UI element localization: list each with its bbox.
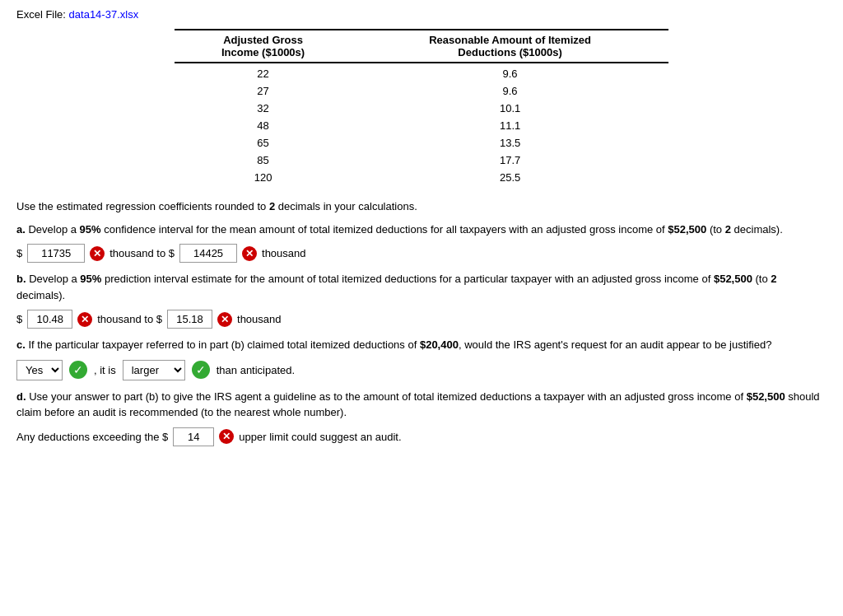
excel-header: Excel File: data14-37.xlsx [16, 8, 827, 21]
part-a-label: a. [16, 223, 26, 236]
table-row: 4811.1 [175, 117, 668, 134]
part-d-text1: Any deductions exceeding the $ [16, 431, 168, 443]
part-d-text2: upper limit could suggest an audit. [239, 431, 401, 443]
col2-header: Reasonable Amount of Itemized Deductions… [352, 30, 668, 63]
part-c-dropdown1[interactable]: Yes No [16, 360, 63, 380]
deduction-cell: 10.1 [352, 100, 668, 117]
deduction-cell: 25.5 [352, 169, 668, 186]
part-d-text: d. Use your answer to part (b) to give t… [16, 389, 827, 421]
deduction-cell: 13.5 [352, 134, 668, 152]
part-b-end-label: thousand [237, 313, 282, 325]
part-c-text2: than anticipated. [217, 364, 295, 376]
income-cell: 85 [175, 152, 352, 169]
part-a-input1[interactable] [27, 244, 85, 263]
part-b-input1[interactable] [27, 310, 72, 329]
table-row: 279.6 [175, 82, 668, 100]
part-c-text: c. If the particular taxpayer referred t… [16, 337, 827, 353]
excel-link[interactable]: data14-37.xlsx [69, 8, 139, 21]
deduction-cell: 11.1 [352, 117, 668, 134]
part-c-dropdown2[interactable]: larger smaller [123, 360, 185, 380]
deduction-cell: 9.6 [352, 82, 668, 100]
income-cell: 27 [175, 82, 352, 100]
instructions-text: Use the estimated regression coefficient… [16, 198, 827, 215]
part-b-mid-label: thousand to $ [97, 313, 162, 325]
part-c-check2: ✓ [192, 361, 210, 379]
part-a-text: a. Develop a 95% confidence interval for… [16, 222, 827, 238]
part-b-input2[interactable] [167, 310, 212, 329]
income-cell: 22 [175, 63, 352, 82]
part-a-error1[interactable]: ✕ [90, 246, 105, 261]
part-a-error2[interactable]: ✕ [242, 246, 257, 261]
income-cell: 48 [175, 117, 352, 134]
part-d-input[interactable] [173, 427, 214, 446]
table-row: 12025.5 [175, 169, 668, 186]
part-a-mid-label: thousand to $ [109, 247, 175, 259]
part-b-label: b. [16, 273, 26, 285]
part-d-error[interactable]: ✕ [219, 429, 234, 444]
part-a-input2[interactable] [179, 244, 237, 263]
income-cell: 32 [175, 100, 352, 117]
part-b-text: b. Develop a 95% prediction interval est… [16, 271, 827, 303]
deduction-cell: 9.6 [352, 63, 668, 82]
deduction-cell: 17.7 [352, 152, 668, 169]
part-c-answer-row: Yes No ✓ , it is larger smaller ✓ than a… [16, 360, 827, 380]
part-d-answer-row: Any deductions exceeding the $ ✕ upper l… [16, 427, 827, 446]
part-b-error1[interactable]: ✕ [77, 312, 92, 327]
table-row: 229.6 [175, 63, 668, 82]
part-d-label: d. [16, 390, 26, 403]
table-row: 6513.5 [175, 134, 668, 152]
excel-label: Excel File: [16, 8, 69, 21]
part-a-answer-row: $ ✕ thousand to $ ✕ thousand [16, 244, 827, 263]
part-b-error2[interactable]: ✕ [217, 312, 232, 327]
part-a-end-label: thousand [262, 247, 306, 259]
part-c-label: c. [16, 338, 26, 351]
income-cell: 120 [175, 169, 352, 186]
data-table: Adjusted Gross Income ($1000s) Reasonabl… [175, 29, 668, 186]
table-row: 3210.1 [175, 100, 668, 117]
part-c-text1: , it is [94, 364, 116, 376]
income-cell: 65 [175, 134, 352, 152]
table-row: 8517.7 [175, 152, 668, 169]
part-b-dollar1: $ [16, 313, 22, 325]
part-a-dollar1: $ [16, 247, 22, 259]
part-b-answer-row: $ ✕ thousand to $ ✕ thousand [16, 310, 827, 329]
part-c-check1: ✓ [69, 361, 87, 379]
col1-header: Adjusted Gross Income ($1000s) [175, 30, 352, 63]
